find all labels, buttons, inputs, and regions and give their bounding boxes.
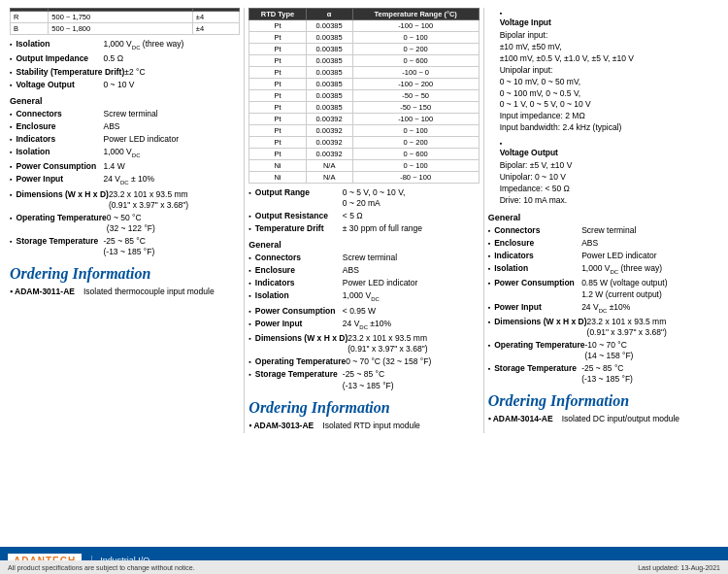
spec-label: Connectors <box>255 253 343 263</box>
ordering-title-1: Ordering Information <box>10 265 240 283</box>
spec-indicators: Indicators Power LED indicator <box>10 134 240 145</box>
spec-value: 1,000 VDC (three way) <box>581 263 718 276</box>
spec-connectors: Connectors Screw terminal <box>248 253 479 263</box>
column-1: R 500 ~ 1,750 ±4 B 500 ~ 1,800 ±4 Isolat… <box>6 8 245 433</box>
spec-value: -25 ~ 85 °C(-13 ~ 185 °F) <box>581 363 718 385</box>
footer-bottom-bar: All product specifications are subject t… <box>0 560 728 574</box>
ordering-code: ▪ ADAM-3011-AE <box>10 287 78 296</box>
specs-top-list: Isolation 1,000 VDC (three way) Output I… <box>10 39 240 90</box>
spec-value: 23.2 x 101 x 93.5 mm(0.91" x 3.97" x 3.6… <box>109 189 240 211</box>
ordering-item-1: ▪ ADAM-3011-AE Isolated thermocouple inp… <box>10 287 240 296</box>
spec-label: Output Impedance <box>16 53 103 64</box>
disclaimer-text: All product specifications are subject t… <box>8 564 195 571</box>
spec-label: Operating Temperature <box>255 356 346 367</box>
voltage-output-detail: Bipolar: ±5 V, ±10 V Unipolar: 0 ~ 10 V … <box>500 160 573 207</box>
ordering-desc: Isolated DC input/output module <box>562 414 718 423</box>
table-row: Pt0.00385-100 ~ 200 <box>249 79 479 90</box>
spec-label: Temperature Drift <box>255 223 343 234</box>
spec-label: Storage Temperature <box>16 236 103 247</box>
voltage-input-detail: Bipolar input: ±10 mV, ±50 mV,±100 mV, ±… <box>500 30 634 134</box>
rtd-col-alpha: α <box>306 9 352 20</box>
spec-value: Screw terminal <box>343 253 480 263</box>
spec-value: ABS <box>343 265 480 276</box>
spec-value: Power LED indicator <box>343 278 480 288</box>
spec-indicators: Indicators Power LED indicator <box>488 251 718 261</box>
spec-label: Stability (Temperature Drift) <box>16 67 124 78</box>
table-row: NiN/A0 ~ 100 <box>249 160 479 172</box>
spec-label: Storage Temperature <box>255 369 343 380</box>
spec-power-consumption: Power Consumption 0.85 W (voltage output… <box>488 278 718 299</box>
spec-dimensions: Dimensions (W x H x D) 23.2 x 101 x 93.5… <box>248 333 479 355</box>
spec-label: Voltage Input <box>500 17 587 28</box>
spec-label: Enclosure <box>255 265 343 276</box>
spec-value: 1,000 VDC <box>343 290 480 303</box>
spec-value: 0 ~ 5 V, 0 ~ 10 V,0 ~ 20 mA <box>343 187 480 209</box>
spec-label: Indicators <box>494 251 581 261</box>
spec-label: Power Input <box>255 319 343 329</box>
spec-label: Power Consumption <box>16 161 103 172</box>
spec-label: Power Consumption <box>494 278 581 288</box>
spec-dimensions: Dimensions (W x H x D) 23.2 x 101 x 93.5… <box>10 189 240 211</box>
spec-value: 1,000 VDC (three way) <box>103 39 240 51</box>
spec-value: 0 ~ 70 °C (32 ~ 158 °F) <box>346 356 479 367</box>
spec-value: 24 VDC ±10% <box>343 319 480 331</box>
spec-value: -10 ~ 70 °C(14 ~ 158 °F) <box>585 340 718 361</box>
spec-label: Dimensions (W x H x D) <box>16 189 108 200</box>
table-row: R 500 ~ 1,750 ±4 <box>11 12 240 23</box>
spec-label: Voltage Output <box>500 148 587 158</box>
column-2: RTD Type α Temperature Range (°C) Pt0.00… <box>245 8 483 433</box>
spec-output-impedance: Output Impedance 0.5 Ω <box>10 53 240 64</box>
spec-value: 1,000 VDC <box>103 147 240 159</box>
spec-isolation2: Isolation 1,000 VDC <box>10 147 240 159</box>
spec-value: ABS <box>103 121 240 132</box>
rtd-col-range: Temperature Range (°C) <box>352 9 479 20</box>
ordering-title-3: Ordering Information <box>488 392 718 410</box>
table-row: Pt0.003920 ~ 100 <box>249 125 479 137</box>
spec-value: 0 ~ 10 V <box>103 80 240 90</box>
spec-label: Indicators <box>255 278 343 288</box>
spec-voltage-output: Voltage Output 0 ~ 10 V <box>10 80 240 90</box>
spec-label: Indicators <box>16 134 103 145</box>
spec-connectors: Connectors Screw terminal <box>488 225 718 236</box>
spec-indicators: Indicators Power LED indicator <box>248 278 479 288</box>
spec-label: Voltage Output <box>16 80 103 90</box>
spec-isolation: Isolation 1,000 VDC (three way) <box>488 263 718 276</box>
spec-value: 24 VDC ±10% <box>581 302 718 315</box>
spec-operating-temp: Operating Temperature 0 ~ 50 °C(32 ~ 122… <box>10 213 240 234</box>
spec-label: Isolation <box>494 263 581 274</box>
spec-voltage-output: Voltage Output Bipolar: ±5 V, ±10 V Unip… <box>488 138 718 207</box>
table-row: Pt0.003920 ~ 200 <box>249 137 479 149</box>
spec-value: ± 30 ppm of full range <box>343 223 480 234</box>
spec-value: 0.85 W (voltage output)1.2 W (current ou… <box>581 278 718 299</box>
spec-isolation: Isolation 1,000 VDC (three way) <box>10 39 240 51</box>
col3-top-specs: Voltage Input Bipolar input: ±10 mV, ±50… <box>488 8 718 207</box>
table-row: B 500 ~ 1,800 ±4 <box>11 23 240 35</box>
spec-power-input: Power Input 24 VDC ± 10% <box>10 174 240 186</box>
spec-value: < 0.95 W <box>343 306 480 317</box>
spec-connectors: Connectors Screw terminal <box>10 109 240 119</box>
general-title: General <box>10 96 240 106</box>
spec-label: Dimensions (W x H x D) <box>494 317 586 327</box>
spec-power-consumption: Power Consumption < 0.95 W <box>248 306 479 317</box>
spec-value: 0.5 Ω <box>103 53 240 64</box>
spec-value: < 5 Ω <box>343 211 480 221</box>
spec-label: Output Resistance <box>255 211 343 221</box>
spec-value: -25 ~ 85 °C(-13 ~ 185 °F) <box>103 236 240 257</box>
spec-storage-temp: Storage Temperature -25 ~ 85 °C(-13 ~ 18… <box>248 369 479 390</box>
spec-value: Screw terminal <box>581 225 718 236</box>
main-content: R 500 ~ 1,750 ±4 B 500 ~ 1,800 ±4 Isolat… <box>0 0 728 472</box>
general-title-3: General <box>488 213 718 222</box>
spec-label: Storage Temperature <box>494 363 581 374</box>
spec-power-consumption: Power Consumption 1.4 W <box>10 161 240 172</box>
spec-operating-temp: Operating Temperature -10 ~ 70 °C(14 ~ 1… <box>488 340 718 361</box>
ordering-desc: Isolated thermocouple input module <box>83 287 240 296</box>
col3-general-specs: Connectors Screw terminal Enclosure ABS … <box>488 225 718 385</box>
spec-label: Operating Temperature <box>494 340 584 351</box>
spec-label: Connectors <box>494 225 581 236</box>
spec-value: 0 ~ 50 °C(32 ~ 122 °F) <box>107 213 240 234</box>
resistance-table: R 500 ~ 1,750 ±4 B 500 ~ 1,800 ±4 <box>10 8 240 35</box>
spec-operating-temp: Operating Temperature 0 ~ 70 °C (32 ~ 15… <box>248 356 479 367</box>
spec-label: Isolation <box>255 290 343 301</box>
general-specs-list: Connectors Screw terminal Enclosure ABS … <box>10 109 240 257</box>
rtd-table: RTD Type α Temperature Range (°C) Pt0.00… <box>248 8 479 184</box>
